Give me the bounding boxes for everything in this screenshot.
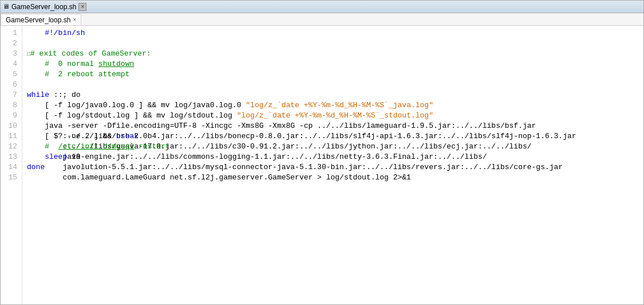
ln-12: 12 (3, 142, 17, 152)
ln-1: 1 (3, 28, 17, 38)
close-button[interactable]: × (78, 3, 86, 11)
ln-10: 10 (3, 121, 17, 131)
ln-13: 13 (3, 152, 17, 162)
editor-window: 🖥 GameServer_loop.sh × GameServer_loop.s… (0, 0, 644, 305)
ln-3: 3 (3, 49, 17, 59)
code-line-1: #!/bin/sh (27, 28, 639, 38)
code-line-5: # 2 reboot attempt (27, 69, 639, 80)
file-tab[interactable]: GameServer_loop.sh × (1, 14, 81, 25)
code-content[interactable]: #!/bin/sh□# exit codes of GameServer: # … (22, 26, 643, 304)
code-line-8: [ -f log/java0.log.0 ] && mv log/java0.l… (27, 100, 639, 111)
title-icon: 🖥 (3, 3, 9, 10)
ln-5: 5 (3, 69, 17, 80)
ln-11: 11 (3, 131, 17, 142)
tab-bar: GameServer_loop.sh × (1, 13, 643, 26)
code-line-7: while ::; do (27, 90, 639, 100)
tab-close-icon[interactable]: × (73, 17, 76, 23)
ln-2: 2 (3, 38, 17, 49)
title-bar: 🖥 GameServer_loop.sh × (1, 1, 643, 13)
ln-9: 9 (3, 111, 17, 121)
title-bar-text: GameServer_loop.sh (11, 3, 76, 11)
ln-8: 8 (3, 100, 17, 111)
code-line-10: java -server -Dfile.encoding=UTF-8 -Xinc… (27, 121, 639, 131)
ln-6: 6 (3, 80, 17, 90)
ln-15: 15 (3, 173, 17, 183)
tab-label: GameServer_loop.sh (6, 16, 70, 24)
code-line-3: □# exit codes of GameServer: (27, 49, 639, 59)
code-line-9: [ -f log/stdout.log ] && mv log/stdout.l… (27, 111, 639, 121)
ln-4: 4 (3, 59, 17, 69)
code-line-2 (27, 38, 639, 49)
code-line-6 (27, 80, 639, 90)
ln-7: 7 (3, 90, 17, 100)
line-numbers: 1 2 3 4 5 6 7 8 9 10 11 12 13 14 15 (1, 26, 22, 304)
code-line-4: # 0 normal shutdown (27, 59, 639, 69)
editor-area: 1 2 3 4 5 6 7 8 9 10 11 12 13 14 15 #!/b… (1, 26, 643, 304)
ln-14: 14 (3, 162, 17, 173)
